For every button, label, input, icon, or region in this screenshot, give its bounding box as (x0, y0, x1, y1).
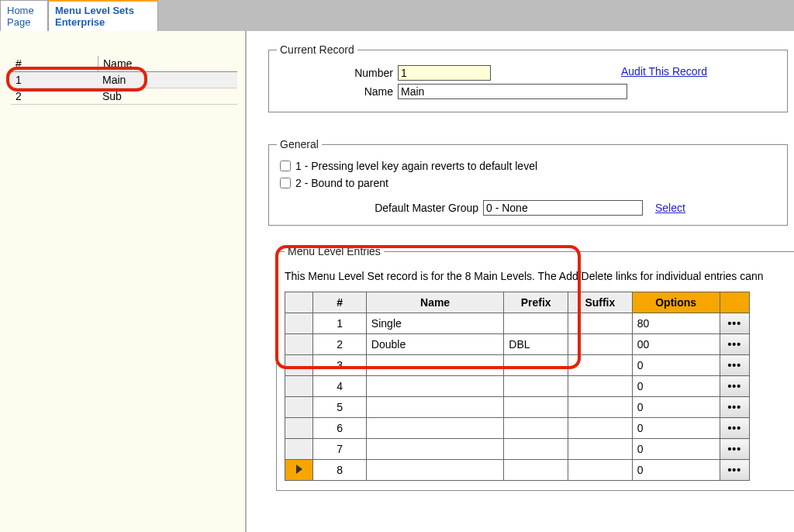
cell-name[interactable] (366, 355, 503, 376)
row-header[interactable] (285, 397, 313, 418)
tab-active-line1: Menu Level Sets (55, 5, 151, 16)
cell-options[interactable]: 80 (632, 313, 720, 334)
cell-num[interactable]: 5 (313, 397, 367, 418)
record-row[interactable]: 2 Sub (11, 88, 237, 105)
label-default-master-group: Default Master Group (277, 202, 483, 214)
row-more-button[interactable]: ••• (720, 334, 749, 355)
cell-suffix[interactable] (568, 439, 633, 460)
legend-current-record: Current Record (277, 43, 357, 56)
row-more-button[interactable]: ••• (720, 313, 749, 334)
cell-prefix[interactable]: DBL (504, 334, 568, 355)
row-more-button[interactable]: ••• (720, 397, 749, 418)
row-header[interactable] (285, 313, 313, 334)
row-header[interactable] (285, 439, 313, 460)
cell-prefix[interactable] (504, 355, 568, 376)
row-header[interactable] (285, 460, 313, 481)
row-more-button[interactable]: ••• (720, 355, 749, 376)
cell-suffix[interactable] (568, 313, 633, 334)
row-more-button[interactable]: ••• (720, 376, 749, 397)
cell-options[interactable]: 0 (632, 355, 720, 376)
cell-prefix[interactable] (504, 418, 568, 439)
cell-num[interactable]: 7 (313, 439, 367, 460)
cell-name[interactable] (366, 439, 503, 460)
input-number[interactable] (398, 65, 491, 81)
tab-home[interactable]: Home Page (0, 0, 48, 31)
cell-num[interactable]: 1 (313, 313, 367, 334)
entries-header-row: # Name Prefix Suffix Options (285, 292, 750, 313)
tab-home-line2: Page (7, 16, 41, 28)
label-bound-parent: 2 - Bound to parent (295, 177, 388, 189)
cell-suffix[interactable] (568, 376, 633, 397)
col-header-suffix[interactable]: Suffix (568, 292, 633, 313)
fieldset-general: General 1 - Pressing level key again rev… (268, 138, 788, 226)
fieldset-current-record: Current Record Audit This Record Number … (268, 43, 788, 112)
label-revert-default: 1 - Pressing level key again reverts to … (295, 160, 537, 172)
cell-name[interactable] (366, 418, 503, 439)
tab-bar: Home Page Menu Level Sets Enterprise (0, 0, 794, 31)
table-row[interactable]: 1Single80••• (285, 313, 750, 334)
cell-options[interactable]: 0 (632, 397, 720, 418)
cell-name[interactable] (366, 397, 503, 418)
row-header[interactable] (285, 418, 313, 439)
row-header[interactable] (285, 334, 313, 355)
tab-menu-level-sets[interactable]: Menu Level Sets Enterprise (48, 0, 158, 31)
row-more-button[interactable]: ••• (720, 460, 749, 481)
cell-prefix[interactable] (504, 313, 568, 334)
table-row[interactable]: 60••• (285, 418, 750, 439)
input-name[interactable] (398, 84, 627, 99)
cell-options[interactable]: 0 (632, 376, 720, 397)
fieldset-menu-level-entries: Menu Level Entries This Menu Level Set r… (276, 245, 794, 491)
table-row[interactable]: 80••• (285, 460, 750, 481)
table-row[interactable]: 40••• (285, 376, 750, 397)
cell-options[interactable]: 00 (632, 334, 720, 355)
checkbox-revert-default[interactable] (280, 161, 291, 171)
cell-suffix[interactable] (568, 460, 633, 481)
col-header-num[interactable]: # (313, 292, 367, 313)
record-row[interactable]: 1 Main (11, 72, 237, 88)
col-header-num[interactable]: # (11, 56, 98, 71)
cell-num[interactable]: 3 (313, 355, 367, 376)
cell-prefix[interactable] (504, 397, 568, 418)
cell-suffix[interactable] (568, 418, 633, 439)
table-row[interactable]: 2DoubleDBL00••• (285, 334, 750, 355)
row-header[interactable] (285, 355, 313, 376)
legend-general: General (277, 138, 322, 150)
cell-prefix[interactable] (504, 460, 568, 481)
cell-prefix[interactable] (504, 439, 568, 460)
left-record-list: # Name 1 Main 2 Sub (0, 31, 247, 532)
cell-name[interactable] (366, 376, 503, 397)
table-row[interactable]: 50••• (285, 397, 750, 418)
col-header-options[interactable]: Options (632, 292, 720, 313)
cell-num[interactable]: 8 (313, 460, 367, 481)
row-header[interactable] (285, 376, 313, 397)
col-header-name[interactable]: Name (366, 292, 503, 313)
legend-entries: Menu Level Entries (285, 245, 384, 257)
cell-options[interactable]: 0 (632, 439, 720, 460)
col-header-prefix[interactable]: Prefix (504, 292, 568, 313)
record-row-num: 1 (11, 72, 98, 88)
select-link[interactable]: Select (655, 202, 685, 214)
cell-name[interactable] (366, 460, 503, 481)
cell-suffix[interactable] (568, 355, 633, 376)
cell-num[interactable]: 6 (313, 418, 367, 439)
input-default-master-group[interactable] (483, 200, 643, 216)
cell-options[interactable]: 0 (632, 460, 720, 481)
row-more-button[interactable]: ••• (720, 439, 749, 460)
table-row[interactable]: 70••• (285, 439, 750, 460)
label-number: Number (277, 67, 398, 79)
cell-num[interactable]: 2 (313, 334, 367, 355)
cell-suffix[interactable] (568, 334, 633, 355)
cell-prefix[interactable] (504, 376, 568, 397)
cell-suffix[interactable] (568, 397, 633, 418)
cell-name[interactable]: Double (366, 334, 503, 355)
cell-num[interactable]: 4 (313, 376, 367, 397)
cell-options[interactable]: 0 (632, 418, 720, 439)
row-more-button[interactable]: ••• (720, 418, 749, 439)
cell-name[interactable]: Single (366, 313, 503, 334)
tab-home-line1: Home (7, 5, 41, 16)
entries-corner (285, 292, 313, 313)
col-header-name[interactable]: Name (98, 56, 237, 71)
audit-link[interactable]: Audit This Record (621, 65, 707, 78)
checkbox-bound-parent[interactable] (280, 178, 291, 188)
table-row[interactable]: 30••• (285, 355, 750, 376)
